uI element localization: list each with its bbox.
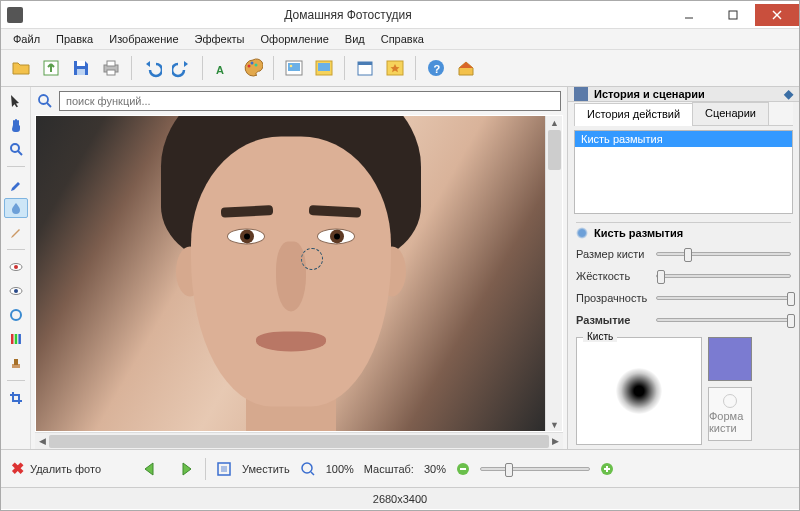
brush-shape-icon: [723, 394, 737, 408]
content-area: ▲▼ ◀▶ История и сценарии ◆ История дейст…: [1, 87, 799, 449]
svg-rect-15: [288, 63, 300, 71]
picture-yellow-icon[interactable]: [310, 54, 338, 82]
slider-hardness[interactable]: [656, 274, 791, 278]
menu-file[interactable]: Файл: [5, 31, 48, 47]
calendar-icon[interactable]: [351, 54, 379, 82]
menu-effects[interactable]: Эффекты: [187, 31, 253, 47]
slider-opacity[interactable]: [656, 296, 791, 300]
window-buttons: [667, 4, 799, 26]
maximize-button[interactable]: [711, 4, 755, 26]
zoom-100-button[interactable]: 100%: [326, 463, 354, 475]
levels-tool-icon[interactable]: [4, 329, 28, 349]
param-opacity: Прозрачность: [576, 287, 791, 309]
svg-point-28: [14, 265, 18, 269]
hand-tool-icon[interactable]: [4, 115, 28, 135]
image-dimensions: 2680x3400: [373, 493, 427, 505]
search-input[interactable]: [59, 91, 561, 111]
svg-point-12: [251, 62, 254, 65]
fit-button[interactable]: Уместить: [242, 463, 290, 475]
delete-photo-label: Удалить фото: [30, 463, 101, 475]
tool-options-panel: Кисть размытия Размер кисти Жёсткость Пр…: [568, 218, 799, 449]
search-icon: [37, 93, 53, 109]
menu-help[interactable]: Справка: [373, 31, 432, 47]
toolbar-sep: [273, 56, 274, 80]
zoom-100-icon[interactable]: [300, 461, 316, 477]
brush-color-swatch[interactable]: [708, 337, 752, 381]
zoom-in-icon[interactable]: [600, 462, 614, 476]
minimize-button[interactable]: [667, 4, 711, 26]
scrollbar-horizontal[interactable]: ◀▶: [35, 432, 563, 449]
param-hardness-label: Жёсткость: [576, 270, 650, 282]
zoom-out-icon[interactable]: [456, 462, 470, 476]
tab-scenarios[interactable]: Сценарии: [692, 102, 769, 125]
toolbar-sep: [131, 56, 132, 80]
pencil-tool-icon[interactable]: [4, 222, 28, 242]
center-panel: ▲▼ ◀▶: [31, 87, 567, 449]
svg-rect-1: [729, 11, 737, 19]
svg-point-11: [248, 65, 251, 68]
palette-icon[interactable]: [239, 54, 267, 82]
svg-rect-6: [77, 69, 85, 75]
window-title: Домашняя Фотостудия: [29, 8, 667, 22]
svg-rect-8: [107, 61, 115, 66]
stamp-tool-icon[interactable]: [4, 353, 28, 373]
svg-point-25: [11, 144, 19, 152]
brush-cursor-icon: [301, 248, 323, 270]
svg-point-31: [11, 310, 21, 320]
redeye-tool-icon[interactable]: [4, 257, 28, 277]
collapse-icon[interactable]: ◆: [784, 87, 793, 101]
pointer-tool-icon[interactable]: [4, 91, 28, 111]
menubar: Файл Правка Изображение Эффекты Оформлен…: [1, 29, 799, 49]
panel-icon: [574, 87, 588, 101]
menu-image[interactable]: Изображение: [101, 31, 186, 47]
open-folder-icon[interactable]: [7, 54, 35, 82]
slider-blur[interactable]: [656, 318, 791, 322]
info-icon[interactable]: ?: [422, 54, 450, 82]
crop-tool-icon[interactable]: [4, 388, 28, 408]
app-icon: [7, 7, 23, 23]
tool-sep: [7, 380, 25, 381]
tool-sep: [7, 166, 25, 167]
zoom-slider[interactable]: [480, 467, 590, 471]
menu-design[interactable]: Оформление: [253, 31, 337, 47]
redo-icon[interactable]: [168, 54, 196, 82]
delete-icon: ✖: [11, 459, 24, 478]
text-icon[interactable]: A: [209, 54, 237, 82]
scrollbar-vertical[interactable]: ▲▼: [545, 116, 562, 431]
delete-photo-button[interactable]: ✖ Удалить фото: [11, 459, 101, 478]
history-list[interactable]: Кисть размытия: [574, 130, 793, 214]
zoom-tool-icon[interactable]: [4, 139, 28, 159]
fit-icon[interactable]: [216, 461, 232, 477]
prev-photo-icon[interactable]: [141, 460, 163, 478]
darkeye-tool-icon[interactable]: [4, 281, 28, 301]
right-panel: История и сценарии ◆ История действий Сц…: [567, 87, 799, 449]
menu-edit[interactable]: Правка: [48, 31, 101, 47]
param-size: Размер кисти: [576, 243, 791, 265]
param-blur: Размытие: [576, 309, 791, 331]
scale-value: 30%: [424, 463, 446, 475]
slider-size[interactable]: [656, 252, 791, 256]
next-photo-icon[interactable]: [173, 460, 195, 478]
whiten-tool-icon[interactable]: [4, 305, 28, 325]
svg-rect-9: [107, 70, 115, 75]
picture-blue-icon[interactable]: [280, 54, 308, 82]
history-panel-title: История и сценарии: [594, 88, 784, 100]
undo-icon[interactable]: [138, 54, 166, 82]
tab-history[interactable]: История действий: [574, 103, 693, 126]
history-item[interactable]: Кисть размытия: [575, 131, 792, 147]
brush-tool-icon[interactable]: [4, 174, 28, 194]
save-icon[interactable]: [67, 54, 95, 82]
brush-shape-button[interactable]: Форма кисти: [708, 387, 752, 441]
param-hardness: Жёсткость: [576, 265, 791, 287]
export-icon[interactable]: [37, 54, 65, 82]
blur-tool-icon[interactable]: [4, 198, 28, 218]
picture-star-icon[interactable]: [381, 54, 409, 82]
canvas[interactable]: [36, 116, 545, 431]
toolbar-sep: [344, 56, 345, 80]
home-icon[interactable]: [452, 54, 480, 82]
menu-view[interactable]: Вид: [337, 31, 373, 47]
print-icon[interactable]: [97, 54, 125, 82]
close-button[interactable]: [755, 4, 799, 26]
brush-preview-row: Кисть Форма кисти: [576, 337, 791, 445]
svg-rect-33: [14, 334, 17, 344]
